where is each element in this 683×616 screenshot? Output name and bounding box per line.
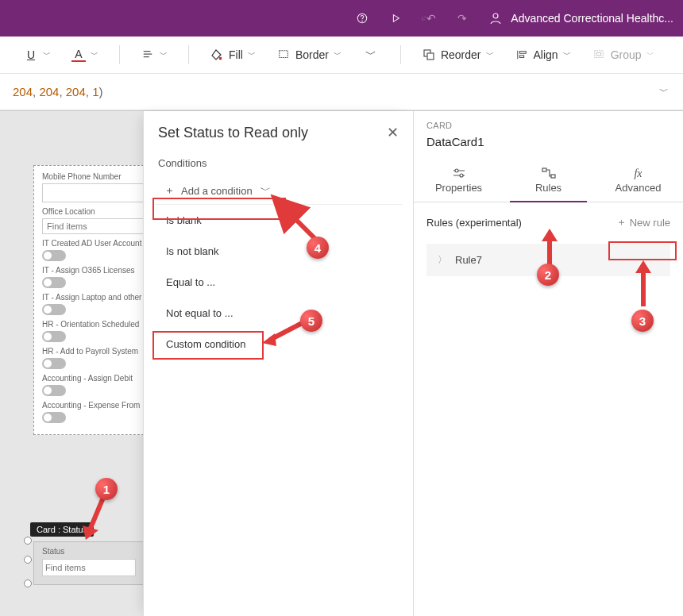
flyout-title: Set Status to Read only bbox=[158, 125, 308, 141]
format-ribbon: U﹀ A﹀ ﹀ Fill﹀ Border﹀ ﹀ Reorder﹀ Align﹀ … bbox=[0, 37, 683, 74]
tab-properties-label: Properties bbox=[435, 182, 482, 194]
reorder-label: Reorder bbox=[441, 48, 481, 61]
condition-dropdown: Is blank Is not blank Equal to ... Not e… bbox=[155, 204, 402, 360]
chevron-right-icon: 〉 bbox=[438, 253, 447, 267]
conditions-label: Conditions bbox=[144, 149, 413, 174]
add-condition-button[interactable]: ＋ Add a condition ﹀ bbox=[155, 177, 402, 204]
tab-rules[interactable]: Rules bbox=[504, 158, 593, 202]
rules-section-label: Rules (experimental) bbox=[426, 217, 522, 229]
svg-point-2 bbox=[493, 13, 498, 18]
person-icon bbox=[488, 11, 503, 25]
svg-point-1 bbox=[362, 21, 363, 21]
properties-panel: CARD DataCard1 Properties Rules fx Advan… bbox=[413, 111, 683, 616]
formula-val-1: 204 bbox=[13, 85, 33, 98]
toggle-orient[interactable] bbox=[42, 331, 66, 342]
tab-advanced[interactable]: fx Advanced bbox=[593, 158, 683, 202]
formula-expand-icon[interactable]: ﹀ bbox=[659, 85, 669, 98]
user-chip[interactable]: Advanced Correctional Healthc... bbox=[488, 11, 673, 25]
condition-option-equal[interactable]: Equal to ... bbox=[155, 267, 402, 298]
play-icon[interactable] bbox=[388, 11, 403, 25]
add-condition-label: Add a condition bbox=[181, 185, 253, 197]
selection-handle[interactable] bbox=[24, 556, 32, 564]
svg-rect-8 bbox=[594, 51, 603, 58]
status-card[interactable]: Status bbox=[33, 541, 145, 585]
svg-rect-6 bbox=[519, 52, 526, 54]
toggle-payroll[interactable] bbox=[42, 358, 66, 369]
org-name: Advanced Correctional Healthc... bbox=[511, 12, 673, 25]
tab-rules-label: Rules bbox=[535, 182, 561, 194]
border-button[interactable]: Border﹀ bbox=[272, 44, 346, 65]
ribbon-align-label: Align bbox=[534, 48, 558, 61]
rule-list-item[interactable]: 〉 Rule7 bbox=[426, 244, 670, 276]
formula-bar[interactable]: 204, 204, 204, 1) ﹀ bbox=[0, 74, 683, 110]
border-label: Border bbox=[295, 48, 329, 61]
selection-handle[interactable] bbox=[24, 579, 32, 587]
rule-editor-flyout: Set Status to Read only ✕ Conditions ＋ A… bbox=[143, 111, 413, 616]
condition-option-blank[interactable]: Is blank bbox=[155, 205, 402, 236]
toggle-o365[interactable] bbox=[42, 277, 66, 288]
chevron-down-icon: ﹀ bbox=[260, 183, 271, 198]
formula-val-2: 204 bbox=[39, 85, 59, 98]
toggle-itad[interactable] bbox=[42, 250, 66, 261]
panel-object-name: DataCard1 bbox=[414, 135, 683, 158]
svg-rect-12 bbox=[542, 168, 546, 171]
fill-label: Fill bbox=[229, 48, 243, 61]
svg-rect-7 bbox=[519, 56, 523, 58]
fill-button[interactable]: Fill﹀ bbox=[205, 44, 260, 65]
toggle-debit[interactable] bbox=[42, 385, 66, 396]
status-input[interactable] bbox=[42, 559, 136, 576]
more-chevron-button[interactable]: ﹀ bbox=[357, 44, 384, 65]
new-rule-button[interactable]: ＋New rule bbox=[616, 215, 670, 229]
tab-properties[interactable]: Properties bbox=[414, 158, 504, 202]
tab-advanced-label: Advanced bbox=[615, 182, 662, 194]
redo-icon[interactable]: ↷ bbox=[455, 11, 469, 25]
status-label: Status bbox=[42, 547, 136, 556]
selection-handle[interactable] bbox=[24, 537, 32, 545]
svg-point-11 bbox=[460, 174, 463, 177]
toggle-expense[interactable] bbox=[42, 412, 66, 423]
undo-icon[interactable]: ↶ bbox=[422, 11, 436, 25]
svg-rect-9 bbox=[596, 52, 600, 56]
close-icon[interactable]: ✕ bbox=[387, 124, 399, 141]
underline-button[interactable]: U﹀ bbox=[19, 44, 56, 65]
canvas-area: Mobile Phone Number Office Location IT C… bbox=[0, 110, 683, 616]
help-icon[interactable] bbox=[355, 11, 369, 25]
new-rule-label: New rule bbox=[630, 217, 670, 229]
panel-tabs: Properties Rules fx Advanced bbox=[414, 158, 683, 202]
align-lines-button[interactable]: ﹀ bbox=[136, 44, 172, 65]
font-color-button[interactable]: A﹀ bbox=[67, 44, 103, 65]
svg-rect-5 bbox=[427, 53, 434, 60]
rule-name: Rule7 bbox=[455, 254, 482, 266]
fx-icon: fx bbox=[631, 167, 646, 179]
condition-option-custom[interactable]: Custom condition bbox=[155, 329, 402, 360]
card-tooltip: Card : Status bbox=[30, 522, 94, 537]
condition-option-notequal[interactable]: Not equal to ... bbox=[155, 298, 402, 329]
panel-type-label: CARD bbox=[414, 111, 683, 135]
svg-rect-3 bbox=[280, 51, 288, 58]
ribbon-align-button[interactable]: Align﹀ bbox=[510, 44, 576, 65]
formula-val-3: 204 bbox=[66, 85, 86, 98]
group-button: Group﹀ bbox=[587, 44, 659, 65]
svg-point-10 bbox=[455, 169, 458, 172]
plus-icon: ＋ bbox=[164, 183, 175, 198]
svg-rect-13 bbox=[551, 175, 555, 178]
annotation-number: 1 bbox=[95, 478, 118, 500]
toggle-laptop[interactable] bbox=[42, 304, 66, 315]
annotation-arrow bbox=[79, 491, 119, 549]
plus-icon: ＋ bbox=[616, 215, 627, 229]
app-top-bar: ↶ ↷ Advanced Correctional Healthc... bbox=[0, 0, 683, 37]
reorder-button[interactable]: Reorder﹀ bbox=[417, 44, 499, 65]
formula-val-4: 1 bbox=[92, 85, 98, 98]
sliders-icon bbox=[452, 167, 466, 179]
group-label: Group bbox=[611, 48, 642, 61]
condition-option-notblank[interactable]: Is not blank bbox=[155, 236, 402, 267]
flow-icon bbox=[542, 167, 556, 179]
